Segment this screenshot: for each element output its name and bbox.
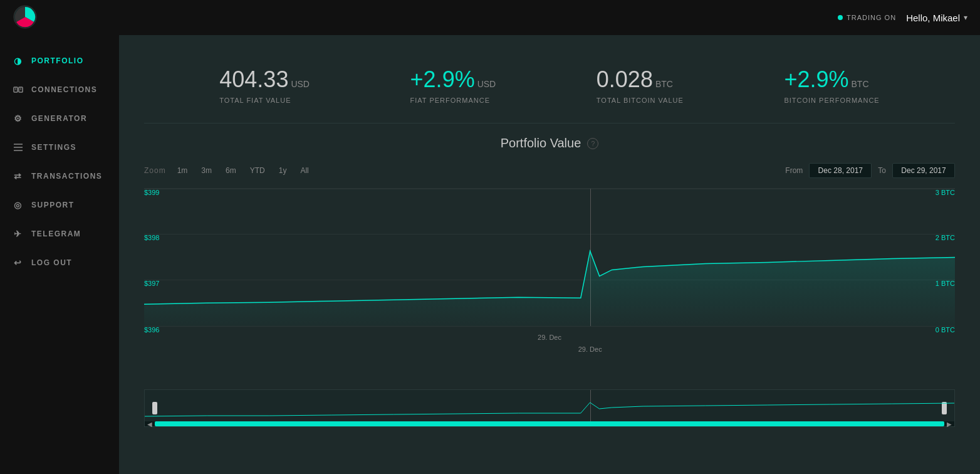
sidebar-item-label: PORTFOLIO — [31, 56, 84, 65]
sidebar-item-label: GENERATOR — [31, 114, 87, 123]
nav-scrollbar[interactable]: ◀ ▶ — [145, 421, 954, 426]
sidebar-item-label: SUPPORT — [31, 201, 75, 209]
nav-arrow-right[interactable]: ▶ — [944, 421, 954, 426]
stat-btc-perf-unit: BTC — [852, 79, 869, 89]
topbar-right: TRADING ON Hello, Mikael ▾ — [838, 13, 967, 23]
main-content: 404.33USD TOTAL FIAT VALUE +2.9%USD FIAT… — [119, 35, 980, 474]
stats-row: 404.33USD TOTAL FIAT VALUE +2.9%USD FIAT… — [144, 54, 955, 124]
sidebar-item-generator[interactable]: ⚙ GENERATOR — [0, 105, 119, 132]
stat-btc-perf: +2.9%BTC BITCOIN PERFORMANCE — [784, 66, 879, 104]
chart-title: Portfolio Value ? — [144, 136, 955, 150]
telegram-icon: ✈ — [13, 228, 24, 240]
y-label-0btc: 0 BTC — [936, 326, 955, 334]
sidebar-item-connections[interactable]: CONNECTIONS — [0, 76, 119, 103]
nav-x-label-dec29: 29. Dec — [578, 345, 602, 353]
user-menu[interactable]: Hello, Mikael ▾ — [906, 13, 967, 23]
nav-thumb[interactable] — [155, 421, 944, 426]
date-range: From Dec 28, 2017 To Dec 29, 2017 — [785, 163, 955, 178]
stat-fiat-perf-label: FIAT PERFORMANCE — [410, 97, 490, 104]
zoom-controls: Zoom 1m 3m 6m YTD 1y All — [144, 165, 311, 176]
transactions-icon: ⇄ — [13, 171, 24, 182]
user-label: Hello, Mikael — [906, 13, 960, 23]
sidebar-item-logout[interactable]: ↩ LOG OUT — [0, 250, 119, 276]
stat-total-btc-label: TOTAL BITCOIN VALUE — [597, 97, 684, 104]
topbar: TRADING ON Hello, Mikael ▾ — [0, 0, 980, 35]
stat-total-btc-value: 0.028BTC — [597, 66, 673, 93]
sidebar-item-label: TELEGRAM — [31, 229, 81, 238]
to-date-input[interactable]: Dec 29, 2017 — [892, 163, 955, 178]
zoom-all[interactable]: All — [298, 165, 311, 176]
zoom-label: Zoom — [144, 166, 166, 175]
zoom-row: Zoom 1m 3m 6m YTD 1y All From Dec 28, 20… — [144, 163, 955, 178]
sidebar-item-portfolio[interactable]: ◑ PORTFOLIO — [0, 48, 119, 74]
to-label: To — [878, 166, 886, 175]
stat-btc-perf-label: BITCOIN PERFORMANCE — [784, 97, 879, 104]
logout-icon: ↩ — [13, 257, 24, 268]
stat-total-btc-unit: BTC — [655, 79, 673, 89]
stat-total-fiat-unit: USD — [291, 79, 310, 89]
stat-total-fiat-label: TOTAL FIAT VALUE — [219, 97, 291, 104]
logo — [13, 4, 38, 31]
stat-total-fiat-value: 404.33USD — [219, 66, 310, 93]
chart-line-svg — [144, 189, 955, 326]
x-label-dec29: 29. Dec — [538, 334, 561, 341]
stat-btc-perf-value: +2.9%BTC — [784, 66, 868, 93]
portfolio-icon: ◑ — [13, 55, 24, 66]
settings-icon — [13, 142, 24, 153]
sidebar-item-label: CONNECTIONS — [31, 85, 97, 94]
nav-chart-svg — [145, 390, 954, 423]
nav-arrow-left[interactable]: ◀ — [145, 421, 155, 426]
trading-status: TRADING ON — [838, 14, 896, 21]
stat-fiat-perf-value: +2.9%USD — [410, 66, 496, 93]
sidebar-item-transactions[interactable]: ⇄ TRANSACTIONS — [0, 163, 119, 189]
sidebar-item-label: LOG OUT — [31, 258, 72, 267]
help-icon[interactable]: ? — [587, 138, 598, 149]
connections-icon — [13, 84, 24, 95]
support-icon: ◎ — [13, 199, 24, 211]
chart-title-text: Portfolio Value — [501, 136, 581, 150]
zoom-1y[interactable]: 1y — [276, 165, 289, 176]
from-date-input[interactable]: Dec 28, 2017 — [809, 163, 872, 178]
zoom-ytd[interactable]: YTD — [248, 165, 268, 176]
sidebar-item-label: SETTINGS — [31, 143, 76, 152]
chart-navigator-container: 29. Dec ◀ ▶ — [144, 345, 955, 427]
navigator-x-area: 29. Dec — [144, 345, 955, 364]
chart-navigator: ◀ ▶ — [144, 389, 955, 427]
svg-marker-10 — [144, 251, 955, 326]
stat-fiat-perf-unit: USD — [477, 79, 496, 89]
trading-label: TRADING ON — [847, 14, 896, 21]
sidebar-item-support[interactable]: ◎ SUPPORT — [0, 192, 119, 218]
chart-area: $399 3 BTC $398 2 BTC $397 1 BTC $396 0 … — [144, 189, 955, 327]
sidebar-item-telegram[interactable]: ✈ TELEGRAM — [0, 221, 119, 247]
sidebar-item-settings[interactable]: SETTINGS — [0, 134, 119, 161]
sidebar: ◑ PORTFOLIO CONNECTIONS ⚙ GENERATOR — [0, 35, 119, 474]
y-label-396: $396 — [144, 326, 159, 334]
zoom-1m[interactable]: 1m — [175, 165, 190, 176]
generator-icon: ⚙ — [13, 113, 24, 124]
stat-total-fiat: 404.33USD TOTAL FIAT VALUE — [219, 66, 310, 104]
chevron-down-icon: ▾ — [964, 13, 967, 22]
trading-dot — [838, 15, 843, 20]
zoom-6m[interactable]: 6m — [223, 165, 239, 176]
zoom-3m[interactable]: 3m — [199, 165, 214, 176]
sidebar-item-label: TRANSACTIONS — [31, 172, 102, 181]
chart-section: Portfolio Value ? Zoom 1m 3m 6m YTD 1y A… — [144, 124, 955, 440]
from-label: From — [785, 166, 803, 175]
stat-fiat-perf: +2.9%USD FIAT PERFORMANCE — [410, 66, 496, 104]
stat-total-btc: 0.028BTC TOTAL BITCOIN VALUE — [597, 66, 684, 104]
